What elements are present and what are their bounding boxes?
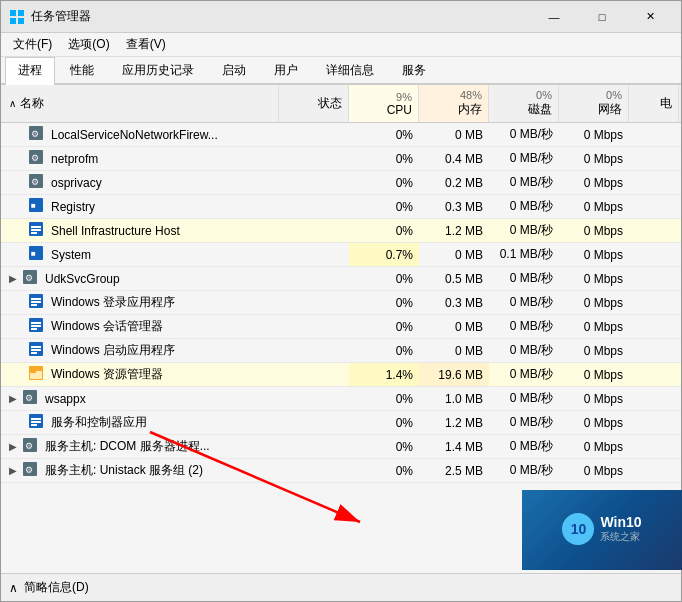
table-row[interactable]: ⚙ osprivacy 0% 0.2 MB 0 MB/秒 0 Mbps [1,171,681,195]
tab-startup[interactable]: 启动 [209,57,259,83]
tab-app-history[interactable]: 应用历史记录 [109,57,207,83]
menu-file[interactable]: 文件(F) [5,34,60,55]
process-status [279,171,349,194]
maximize-button[interactable]: □ [579,1,625,33]
expand-icon[interactable]: ∧ [9,581,18,595]
status-label[interactable]: 简略信息(D) [24,579,89,596]
table-row[interactable]: ▶ ⚙ 服务主机: DCOM 服务器进程... 0% 1.4 MB 0 MB/秒… [1,435,681,459]
process-status [279,363,349,386]
svg-rect-22 [31,301,41,303]
table-row[interactable]: Windows 启动应用程序 0% 0 MB 0 MB/秒 0 Mbps [1,339,681,363]
table-row[interactable]: ▶ ⚙ UdkSvcGroup 0% 0.5 MB 0 MB/秒 0 Mbps [1,267,681,291]
process-power [629,459,679,482]
window-controls: — □ ✕ [531,1,673,33]
process-power [629,363,679,386]
process-mem: 0 MB [419,339,489,362]
table-row[interactable]: Windows 资源管理器 1.4% 19.6 MB 0 MB/秒 0 Mbps [1,363,681,387]
col-network[interactable]: 0% 网络 [559,85,629,122]
table-row[interactable]: ▶ ⚙ 服务主机: Unistack 服务组 (2) 0% 2.5 MB 0 M… [1,459,681,483]
process-cpu: 0% [349,339,419,362]
watermark-inner: 10 Win10 系统之家 [562,513,641,547]
svg-rect-26 [31,325,41,327]
svg-rect-21 [31,298,41,300]
col-memory[interactable]: 48% 内存 [419,85,489,122]
menu-bar: 文件(F) 选项(O) 查看(V) [1,33,681,57]
svg-text:⚙: ⚙ [25,441,33,451]
process-disk: 0 MB/秒 [489,363,559,386]
col-disk[interactable]: 0% 磁盘 [489,85,559,122]
process-name: ⚙ netprofm [3,147,279,170]
process-cpu: 0% [349,459,419,482]
svg-rect-13 [31,226,41,228]
status-bar: ∧ 简略信息(D) [1,573,681,601]
table-row[interactable]: ■ System 0.7% 0 MB 0.1 MB/秒 0 Mbps [1,243,681,267]
process-power [629,291,679,314]
svg-rect-39 [31,421,41,423]
process-cpu: 0% [349,123,419,146]
process-power [629,339,679,362]
svg-text:⚙: ⚙ [25,393,33,403]
process-cpu: 0% [349,435,419,458]
minimize-button[interactable]: — [531,1,577,33]
process-net: 0 Mbps [559,363,629,386]
svg-rect-15 [31,232,37,234]
process-disk: 0 MB/秒 [489,459,559,482]
process-net: 0 Mbps [559,147,629,170]
process-status [279,339,349,362]
process-mem: 0 MB [419,315,489,338]
table-row[interactable]: Shell Infrastructure Host 0% 1.2 MB 0 MB… [1,219,681,243]
table-row[interactable]: Windows 会话管理器 0% 0 MB 0 MB/秒 0 Mbps [1,315,681,339]
svg-text:■: ■ [31,249,36,258]
tab-details[interactable]: 详细信息 [313,57,387,83]
process-mem: 19.6 MB [419,363,489,386]
table-row[interactable]: ▶ ⚙ wsappx 0% 1.0 MB 0 MB/秒 0 Mbps [1,387,681,411]
process-cpu: 1.4% [349,363,419,386]
svg-rect-1 [18,10,24,16]
process-status [279,459,349,482]
process-status [279,123,349,146]
column-headers: ∧ 名称 状态 9% CPU 48% 内存 [1,85,681,123]
tab-services[interactable]: 服务 [389,57,439,83]
col-cpu[interactable]: 9% CPU [349,85,419,122]
process-disk: 0 MB/秒 [489,219,559,242]
svg-rect-23 [31,304,37,306]
table-row[interactable]: ■ Registry 0% 0.3 MB 0 MB/秒 0 Mbps [1,195,681,219]
process-disk: 0 MB/秒 [489,387,559,410]
process-mem: 0 MB [419,123,489,146]
col-power[interactable]: 电 [629,85,679,122]
process-status [279,267,349,290]
tab-performance[interactable]: 性能 [57,57,107,83]
process-status [279,387,349,410]
process-disk: 0 MB/秒 [489,411,559,434]
process-net: 0 Mbps [559,243,629,266]
svg-rect-27 [31,328,37,330]
process-net: 0 Mbps [559,315,629,338]
process-net: 0 Mbps [559,411,629,434]
table-row[interactable]: Windows 登录应用程序 0% 0.3 MB 0 MB/秒 0 Mbps [1,291,681,315]
menu-view[interactable]: 查看(V) [118,34,174,55]
tab-users[interactable]: 用户 [261,57,311,83]
process-name: Windows 登录应用程序 [3,291,279,314]
table-row[interactable]: ⚙ netprofm 0% 0.4 MB 0 MB/秒 0 Mbps [1,147,681,171]
process-name: ⚙ osprivacy [3,171,279,194]
process-name: ■ System [3,243,279,266]
svg-rect-30 [31,349,41,351]
process-name: 服务和控制器应用 [3,411,279,434]
process-mem: 1.2 MB [419,411,489,434]
process-net: 0 Mbps [559,387,629,410]
close-button[interactable]: ✕ [627,1,673,33]
process-mem: 0 MB [419,243,489,266]
col-name[interactable]: ∧ 名称 [3,85,279,122]
process-disk: 0 MB/秒 [489,291,559,314]
col-status[interactable]: 状态 [279,85,349,122]
process-name: ■ Registry [3,195,279,218]
process-power [629,315,679,338]
process-status [279,411,349,434]
table-row[interactable]: 服务和控制器应用 0% 1.2 MB 0 MB/秒 0 Mbps [1,411,681,435]
process-net: 0 Mbps [559,267,629,290]
menu-options[interactable]: 选项(O) [60,34,117,55]
process-cpu: 0.7% [349,243,419,266]
tab-processes[interactable]: 进程 [5,57,55,85]
process-disk: 0 MB/秒 [489,435,559,458]
table-row[interactable]: ⚙ LocalServiceNoNetworkFirew... 0% 0 MB … [1,123,681,147]
